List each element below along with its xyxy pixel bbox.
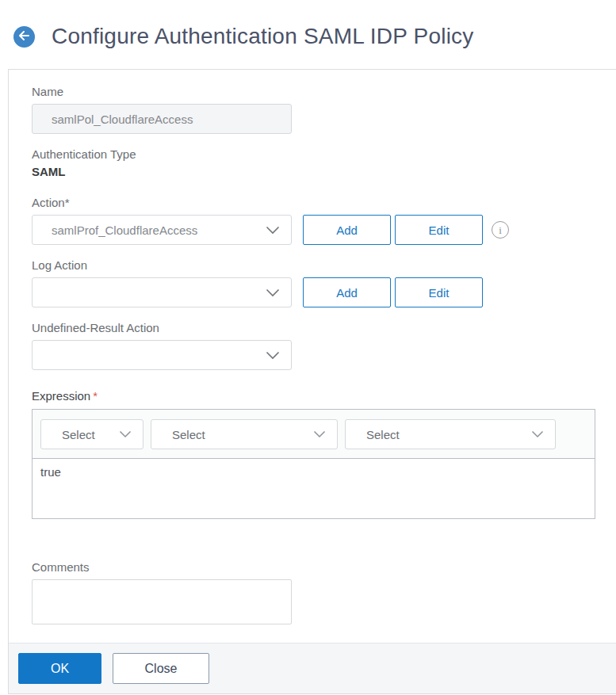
expression-select-3-value: Select	[366, 428, 531, 441]
back-button[interactable]	[13, 26, 35, 48]
log-action-label: Log Action	[32, 258, 616, 272]
expression-select-1[interactable]: Select	[40, 419, 143, 449]
page-title: Configure Authentication SAML IDP Policy	[52, 24, 474, 49]
chevron-down-icon	[266, 226, 280, 235]
undefined-result-label: Undefined-Result Action	[32, 321, 616, 334]
auth-type-group: Authentication Type SAML	[32, 147, 616, 178]
auth-type-label: Authentication Type	[32, 147, 616, 161]
arrow-left-icon	[18, 29, 30, 44]
action-label: Action*	[32, 196, 616, 209]
auth-type-value: SAML	[32, 165, 616, 178]
required-asterisk: *	[93, 389, 98, 403]
name-input	[32, 104, 292, 134]
log-action-edit-button[interactable]: Edit	[395, 277, 483, 307]
form-footer: OK Close	[9, 643, 616, 693]
comments-field-group: Comments	[32, 560, 616, 624]
log-action-field-group: Log Action Add Edit	[32, 258, 616, 307]
comments-label: Comments	[32, 560, 616, 574]
action-edit-button[interactable]: Edit	[395, 215, 483, 245]
comments-input[interactable]	[32, 579, 292, 624]
log-action-add-button[interactable]: Add	[303, 277, 391, 307]
name-label: Name	[32, 85, 616, 98]
chevron-down-icon	[266, 288, 280, 297]
page-header: Configure Authentication SAML IDP Policy	[0, 0, 616, 49]
action-select[interactable]: samlProf_CloudflareAccess	[32, 215, 292, 245]
action-field-group: Action* samlProf_CloudflareAccess Add Ed…	[32, 196, 616, 245]
expression-builder: Select Select Select	[32, 409, 595, 519]
action-select-value: samlProf_CloudflareAccess	[52, 223, 266, 237]
expression-toolbar: Select Select Select	[33, 410, 595, 459]
name-field-group: Name	[32, 85, 616, 134]
action-add-button[interactable]: Add	[303, 215, 391, 245]
expression-label: Expression*	[32, 389, 616, 403]
form-panel: Name Authentication Type SAML Action* sa…	[8, 69, 616, 694]
close-button[interactable]: Close	[113, 653, 209, 684]
expression-select-2-value: Select	[172, 428, 313, 441]
undefined-result-field-group: Undefined-Result Action	[32, 321, 616, 370]
expression-select-3[interactable]: Select	[345, 419, 556, 449]
expression-field-group: Expression* Select Select	[32, 389, 616, 519]
chevron-down-icon	[266, 351, 280, 360]
undefined-result-select[interactable]	[32, 340, 292, 370]
log-action-select[interactable]	[32, 277, 292, 307]
expression-select-2[interactable]: Select	[151, 419, 338, 449]
chevron-down-icon	[313, 430, 326, 438]
chevron-down-icon	[119, 430, 132, 438]
ok-button[interactable]: OK	[18, 653, 101, 684]
chevron-down-icon	[531, 430, 544, 438]
info-icon[interactable]: i	[492, 221, 509, 239]
expression-select-1-value: Select	[62, 428, 119, 441]
expression-input[interactable]: true	[33, 459, 595, 518]
